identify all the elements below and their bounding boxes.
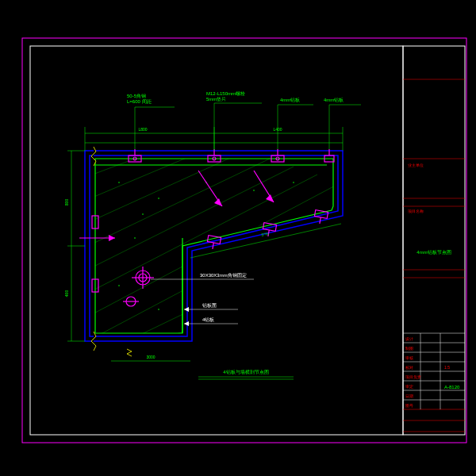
label-3: 4mm铝板 [280,98,300,102]
svg-point-14 [293,182,294,183]
tb-sheet: A-8120 [444,385,460,390]
tb-dwg-title: 4mm铝板节点图 [416,250,451,255]
label-5: 30X30X3mm角钢固定 [200,272,247,278]
break-top [91,147,96,166]
svg-point-10 [118,182,120,183]
label-6: 铝板面 [202,303,217,308]
dim-left2-text: 400 [64,290,69,298]
section-arrows [79,171,274,241]
label-4: 4mm铝板 [324,98,344,102]
svg-line-31 [213,243,213,249]
detail-bolt [132,267,154,289]
svg-point-13 [253,190,255,191]
tb-row-0: 设计 [405,336,413,341]
svg-marker-73 [184,307,189,312]
labels: 50-5角钢L=600 间距 M12-L150mm螺栓5mm垫片 4mm铝板 4… [127,91,361,326]
frame-outer [22,38,466,443]
dims-top: L800 L400 [85,127,343,151]
dims-bottom: 3000 [111,355,190,361]
alu-panel-outer [85,151,343,341]
dims-left: 800 400 [64,151,85,341]
tb-row-3: 校对 [405,365,413,370]
label-7: 4铝板 [202,317,214,322]
tb-owner: 业主单位 [408,163,424,167]
svg-point-18 [142,213,144,215]
tb-scale: 1:5 [444,365,450,370]
dim-left1-text: 800 [64,199,69,206]
drawing-title-text: 4铝板与墙横剖节点图 [223,369,268,374]
dim-top1-text: L800 [138,127,147,132]
drawing-title: 4铝板与墙横剖节点图 [198,369,294,379]
tb-row-2: 审核 [405,355,413,360]
svg-line-9 [159,262,357,341]
svg-marker-74 [184,321,189,326]
tb-row-6: 日期 [405,393,413,398]
anchors-slope [206,210,328,251]
tb-row-5: 审定 [405,384,413,389]
svg-marker-47 [214,198,222,206]
tb-project: 项目名称 [408,209,424,213]
svg-point-16 [118,285,120,286]
svg-marker-49 [266,194,274,202]
svg-marker-45 [109,235,115,241]
label-2: M12-L150mm螺栓5mm垫片 [206,91,245,102]
tb-row-7: 图号 [405,403,413,408]
tb-row-4: 项目负责 [405,374,421,379]
label-1: 50-5角钢L=600 间距 [127,94,152,104]
svg-line-7 [87,198,357,341]
title-block: 业主单位 项目名称 4mm铝板节点图 设计 制图 审核 校对 项目负责 审定 日… [403,46,465,435]
svg-line-35 [320,217,321,224]
svg-line-8 [127,230,357,341]
dim-bottom-text: 3000 [146,355,155,359]
svg-point-15 [134,237,136,239]
drawing: L800 L400 800 400 5°% 3000 50-5角钢L=600 间… [64,91,361,379]
svg-point-11 [158,198,159,199]
svg-point-17 [158,309,159,310]
cad-canvas: L800 L400 800 400 5°% 3000 50-5角钢L=600 间… [0,0,476,476]
break-left-v [127,349,132,356]
svg-line-2 [71,151,246,230]
tb-row-1: 制图 [405,346,413,351]
